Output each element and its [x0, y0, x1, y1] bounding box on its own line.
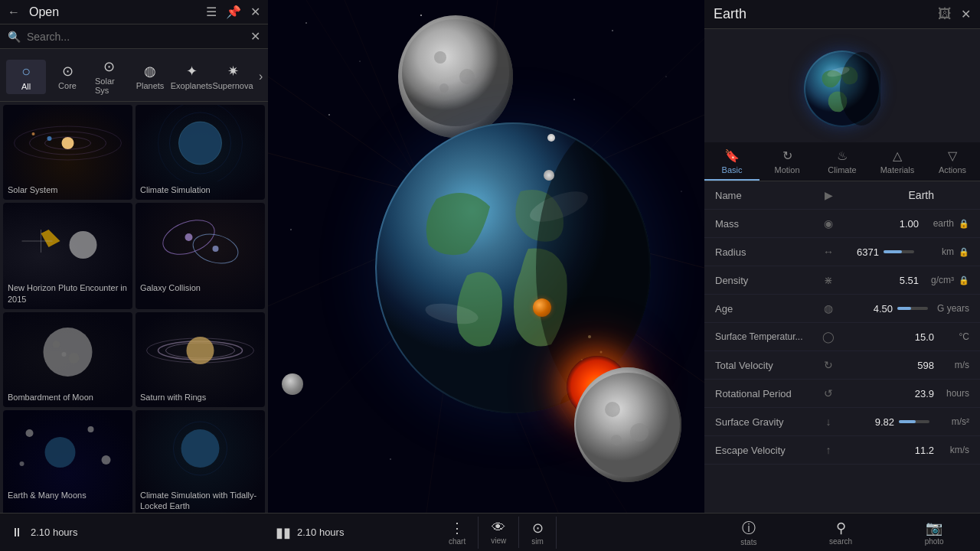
tab-climate[interactable]: ♨ Climate — [815, 142, 870, 181]
thumb-climate-sim[interactable]: Climate Simulation — [136, 105, 265, 200]
thumb-solar-system[interactable]: Solar System — [3, 105, 132, 200]
prop-value-escape-velocity[interactable]: 11.2 — [839, 445, 934, 456]
prop-icon-total-velocity: ↻ — [822, 359, 835, 371]
prop-value-rotational-period[interactable]: 23.9 — [839, 388, 934, 399]
prop-icon-radius: ↔ — [822, 246, 835, 258]
prop-value-surface-gravity[interactable]: 9.82 — [839, 416, 894, 428]
prop-value-age[interactable]: 4.50 — [839, 303, 893, 315]
svg-point-44 — [390, 458, 390, 459]
cat-tab-planets[interactable]: ◍ Planets — [130, 60, 170, 93]
svg-point-70 — [576, 373, 680, 477]
svg-point-18 — [44, 328, 93, 377]
prop-unit-density: g/cm³ — [923, 275, 954, 285]
svg-point-4 — [47, 136, 52, 141]
left-header: ← Open ☰ 📌 ✕ — [0, 0, 268, 24]
prop-name-row: Name ▶ Earth — [704, 181, 980, 210]
prop-label-surface-gravity: Surface Gravity — [715, 416, 822, 428]
prop-lock-mass[interactable]: 🔒 — [959, 219, 969, 229]
prop-lock-radius[interactable]: 🔒 — [959, 247, 969, 257]
thumb-bombardment-moon[interactable]: Bombardment of Moon — [3, 312, 132, 407]
thumb-earth-moons[interactable]: Earth & Many Moons — [3, 410, 132, 517]
more-categories-icon[interactable]: › — [254, 70, 267, 83]
svg-point-39 — [665, 76, 666, 77]
prop-value-mass[interactable]: 1.00 — [839, 218, 919, 230]
cat-tab-exoplanets[interactable]: ✦ Exoplanets — [172, 60, 211, 93]
prop-value-name[interactable]: Earth — [839, 189, 934, 201]
prop-value-total-velocity[interactable]: 598 — [839, 360, 934, 371]
planets-icon: ◍ — [144, 63, 156, 80]
tab-motion[interactable]: ↻ Motion — [760, 142, 815, 181]
motion-tab-label: Motion — [774, 165, 799, 174]
prop-icon-age: ◍ — [822, 302, 835, 315]
actions-tab-label: Actions — [939, 165, 966, 174]
svg-point-38 — [612, 30, 613, 31]
left-panel-title: Open — [29, 5, 197, 19]
age-slider[interactable] — [897, 307, 928, 310]
back-icon[interactable]: ← — [8, 5, 20, 19]
small-body-orange — [533, 298, 551, 317]
svg-point-19 — [53, 341, 60, 348]
tool-photo[interactable]: 📷 photo — [913, 517, 956, 549]
chart-tool-icon: ⋮ — [450, 520, 464, 536]
tab-actions[interactable]: ▽ Actions — [925, 142, 980, 181]
prop-label-radius: Radius — [715, 246, 822, 258]
basic-tab-label: Basic — [722, 165, 743, 174]
thumb-label-climate-sim: Climate Simulation — [136, 181, 265, 200]
prop-value-surface-temp[interactable]: 15.0 — [839, 331, 934, 343]
thumb-galaxy-collision[interactable]: Galaxy Collision — [136, 203, 265, 309]
playback-section: ▮▮ 2.10 hours — [268, 524, 436, 541]
tool-view[interactable]: 👁 view — [479, 517, 519, 548]
small-body-1 — [544, 170, 554, 181]
search-tool-label: search — [829, 537, 852, 546]
thumb-saturn-rings[interactable]: Saturn with Rings — [136, 312, 265, 407]
materials-tab-icon: △ — [893, 148, 902, 163]
cat-tab-supernova[interactable]: ✷ Supernova — [213, 60, 253, 93]
pin-icon[interactable]: 📌 — [226, 5, 241, 19]
thumb-label-earth-moons: Earth & Many Moons — [3, 487, 132, 505]
pause-button[interactable]: ⏸ — [11, 526, 23, 540]
cat-tab-solar-sys[interactable]: ⊙ Solar Sys — [89, 55, 129, 98]
tool-chart[interactable]: ⋮ chart — [436, 517, 479, 549]
radius-slider[interactable] — [884, 250, 914, 253]
view-tool-icon: 👁 — [492, 520, 505, 536]
actions-tab-icon: ▽ — [948, 148, 957, 163]
gravity-slider[interactable] — [899, 420, 929, 423]
search-input[interactable] — [27, 31, 244, 43]
cat-tab-core[interactable]: ⊙ Core — [47, 60, 87, 93]
prop-unit-age: G years — [937, 303, 969, 314]
svg-point-41 — [573, 99, 574, 99]
right-bottom-bar: ⓘ stats ⚲ search 📷 photo — [704, 513, 980, 551]
clear-search-icon[interactable]: ✕ — [250, 29, 260, 44]
tab-materials[interactable]: △ Materials — [870, 142, 925, 181]
list-icon[interactable]: ☰ — [206, 5, 217, 19]
moon-bottom — [574, 367, 681, 482]
prop-lock-density[interactable]: 🔒 — [959, 276, 969, 285]
prop-total-velocity-row: Total Velocity ↻ 598 m/s — [704, 351, 980, 380]
prop-value-radius[interactable]: 6371 — [839, 246, 879, 258]
prop-icon-surface-temp: ◯ — [822, 331, 835, 343]
thumb-new-horizon[interactable]: New Horizon Pluto Encounter in 2015 — [3, 203, 132, 309]
prop-unit-surface-temp: °C — [939, 331, 969, 342]
prop-value-density[interactable]: 5.51 — [839, 275, 919, 286]
close-icon[interactable]: ✕ — [250, 5, 260, 19]
thumb-climate-sim2[interactable]: Climate Simulation with Tidally-Locked E… — [136, 410, 265, 517]
moon-body — [398, 15, 513, 138]
thumb-label-galaxy-collision: Galaxy Collision — [136, 279, 265, 298]
svg-point-5 — [32, 132, 35, 135]
tool-search[interactable]: ⚲ search — [817, 517, 864, 549]
thumb-label-solar-system: Solar System — [3, 181, 132, 200]
pause-button-main[interactable]: ▮▮ — [276, 524, 291, 541]
all-icon: ○ — [21, 63, 31, 80]
tab-basic[interactable]: 🔖 Basic — [704, 142, 760, 181]
svg-point-10 — [70, 231, 97, 259]
cat-tab-all[interactable]: ○ All — [6, 60, 46, 94]
tool-stats[interactable]: ⓘ stats — [728, 516, 769, 549]
prop-age-row: Age ◍ 4.50 G years — [704, 295, 980, 323]
right-close-icon[interactable]: ✕ — [961, 7, 971, 21]
thumb-row-1: Solar System Climate Simulation — [3, 105, 265, 200]
right-panel-title: Earth — [714, 6, 938, 22]
search-bar: 🔍 ✕ — [0, 24, 268, 49]
svg-point-25 — [187, 337, 214, 364]
right-header-actions: 🖼 ✕ — [938, 6, 971, 22]
tool-sim[interactable]: ⊙ sim — [519, 517, 557, 549]
